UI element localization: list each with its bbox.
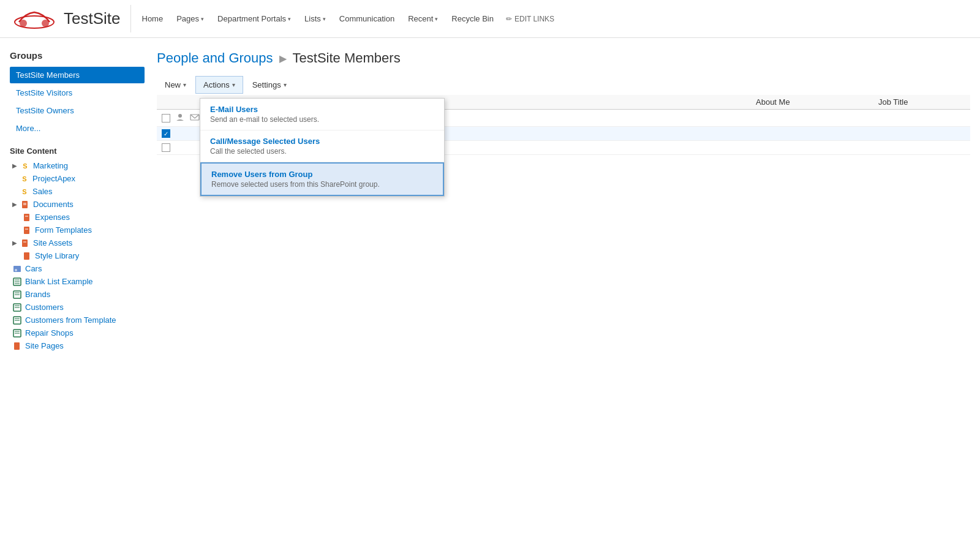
- site-content-title: Site Content: [10, 146, 145, 156]
- user-icon-1: [175, 115, 185, 124]
- sidebar-item-expenses[interactable]: Expenses: [20, 211, 145, 224]
- row-check-1[interactable]: [162, 114, 170, 123]
- new-dropdown-arrow: ▾: [183, 81, 186, 88]
- breadcrumb-part1[interactable]: People and Groups: [157, 50, 273, 66]
- svg-rect-10: [22, 240, 28, 247]
- col-job-title: Job Title: [878, 97, 970, 107]
- svg-rect-8: [24, 227, 29, 234]
- sidebar-item-cars[interactable]: Cars: [10, 262, 145, 275]
- actions-dropdown: E-Mail Users Send an e-mail to selected …: [200, 98, 445, 197]
- nav-recent[interactable]: Recent ▾: [402, 10, 444, 27]
- svg-point-14: [15, 269, 17, 271]
- actions-email-users[interactable]: E-Mail Users Send an e-mail to selected …: [200, 99, 444, 130]
- sidebar-item-blank-list[interactable]: Blank List Example: [10, 275, 145, 288]
- pencil-icon: ✏: [506, 15, 512, 23]
- sidebar-item-brands[interactable]: Brands: [10, 288, 145, 301]
- doc-icon-site-assets: [20, 239, 30, 247]
- sidebar-more[interactable]: More...: [10, 120, 145, 137]
- nav-communication[interactable]: Communication: [333, 10, 401, 27]
- doc-icon-form-templates: [22, 226, 32, 235]
- call-users-desc: Call the selected users.: [210, 147, 434, 156]
- logo-area: TestSite: [10, 5, 131, 32]
- doc-icon-documents: [20, 200, 30, 209]
- pages-dropdown-icon: ▾: [201, 16, 204, 22]
- svg-rect-6: [24, 214, 29, 221]
- actions-call-users[interactable]: Call/Message Selected Users Call the sel…: [200, 130, 444, 162]
- breadcrumb-separator: ▶: [279, 53, 287, 64]
- sidebar-item-customers[interactable]: Customers: [10, 301, 145, 314]
- lists-dropdown-icon: ▾: [323, 16, 326, 22]
- nav-recycle-bin[interactable]: Recycle Bin: [445, 10, 500, 27]
- sidebar-item-customers-template[interactable]: Customers from Template: [10, 314, 145, 326]
- nav-department-portals[interactable]: Department Portals ▾: [211, 10, 297, 27]
- list-icon-brands: [12, 290, 22, 299]
- list-icon-repair-shops: [12, 329, 22, 338]
- email-users-desc: Send an e-mail to selected users.: [210, 115, 434, 124]
- s-icon-projectapex: S: [20, 175, 29, 183]
- email-icon-1: [190, 115, 200, 124]
- svg-point-1: [20, 20, 27, 27]
- doc-icon-expenses: [22, 213, 32, 222]
- main-content: People and Groups ▶ TestSite Members New…: [157, 50, 970, 352]
- breadcrumb: People and Groups ▶ TestSite Members: [157, 50, 970, 66]
- logo-icon: [10, 5, 59, 32]
- breadcrumb-part2: TestSite Members: [293, 50, 401, 66]
- svg-rect-12: [24, 252, 29, 260]
- sidebar-item-sales[interactable]: S Sales: [10, 185, 145, 198]
- doc-icon-site-pages: [12, 342, 22, 350]
- dept-dropdown-icon: ▾: [288, 16, 291, 22]
- sidebar-item-style-library[interactable]: Style Library: [20, 249, 145, 262]
- svg-point-32: [178, 114, 182, 118]
- groups-title: Groups: [10, 50, 145, 61]
- actions-button[interactable]: Actions ▾: [195, 76, 243, 94]
- main-nav: Home Pages ▾ Department Portals ▾ Lists …: [136, 10, 971, 27]
- sidebar-item-testsite-owners[interactable]: TestSite Owners: [10, 102, 145, 119]
- sidebar-item-documents[interactable]: ▶ Documents: [10, 198, 145, 211]
- nav-lists[interactable]: Lists ▾: [298, 10, 332, 27]
- header: TestSite Home Pages ▾ Department Portals…: [0, 0, 980, 38]
- svg-point-2: [42, 20, 49, 27]
- sidebar-item-marketing[interactable]: ▶ S Marketing: [10, 159, 145, 172]
- sidebar-item-testsite-members[interactable]: TestSite Members: [10, 67, 145, 83]
- svg-rect-13: [13, 266, 21, 272]
- recent-dropdown-icon: ▾: [435, 16, 438, 22]
- svg-rect-31: [14, 342, 20, 350]
- s-icon-sales: S: [20, 188, 29, 195]
- row-check-3[interactable]: [162, 143, 170, 152]
- col-about-me: About Me: [756, 97, 878, 107]
- expand-arrow-marketing: ▶: [12, 162, 17, 169]
- sidebar: Groups TestSite Members TestSite Visitor…: [10, 50, 145, 352]
- email-users-title: E-Mail Users: [210, 105, 434, 114]
- doc-icon-style-library: [22, 252, 32, 260]
- call-users-title: Call/Message Selected Users: [210, 137, 434, 146]
- settings-button[interactable]: Settings ▾: [244, 76, 295, 94]
- sidebar-item-site-pages[interactable]: Site Pages: [10, 339, 145, 352]
- expand-arrow-site-assets: ▶: [12, 240, 17, 246]
- list-icon-customers-template: [12, 316, 22, 325]
- s-icon-marketing: S: [20, 162, 30, 170]
- sidebar-item-projectapex[interactable]: S ProjectApex: [10, 172, 145, 185]
- list-icon-customers: [12, 303, 22, 312]
- actions-remove-users[interactable]: Remove Users from Group Remove selected …: [200, 162, 444, 196]
- nav-pages[interactable]: Pages ▾: [170, 10, 210, 27]
- settings-dropdown-arrow: ▾: [284, 81, 287, 88]
- nav-home[interactable]: Home: [136, 10, 170, 27]
- sidebar-item-repair-shops[interactable]: Repair Shops: [10, 326, 145, 339]
- remove-users-desc: Remove selected users from this SharePoi…: [211, 180, 433, 189]
- sidebar-item-form-templates[interactable]: Form Templates: [20, 224, 145, 236]
- row-check-2[interactable]: ✓: [162, 129, 170, 138]
- toolbar: New ▾ Actions ▾ Settings ▾ E-Mail Users …: [157, 76, 970, 94]
- img-icon-cars: [12, 265, 22, 273]
- new-button[interactable]: New ▾: [157, 76, 194, 94]
- remove-users-title: Remove Users from Group: [211, 170, 433, 179]
- list-icon-blank: [12, 277, 22, 286]
- sidebar-item-site-assets[interactable]: ▶ Site Assets: [10, 236, 145, 249]
- site-title: TestSite: [64, 9, 121, 28]
- edit-links-btn[interactable]: ✏ EDIT LINKS: [506, 15, 554, 23]
- expand-arrow-documents: ▶: [12, 201, 17, 208]
- sidebar-item-testsite-visitors[interactable]: TestSite Visitors: [10, 85, 145, 101]
- actions-dropdown-arrow: ▾: [232, 81, 235, 88]
